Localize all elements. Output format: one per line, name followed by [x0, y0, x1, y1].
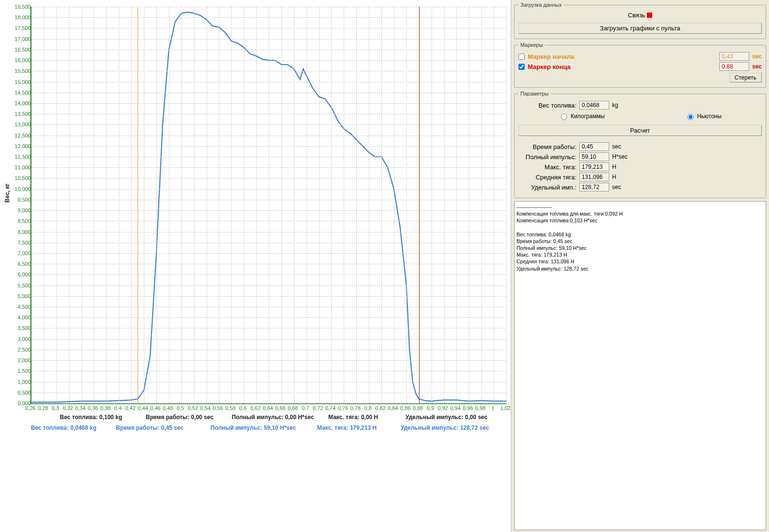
marker-end-line[interactable]	[419, 7, 419, 403]
x-tick: 1	[491, 405, 494, 411]
x-tick: 0,98	[475, 405, 485, 411]
x-tick: 0,66	[275, 405, 285, 411]
work-time-label: Время работы:	[518, 143, 579, 150]
x-tick: 0,48	[163, 405, 173, 411]
y-tick: 13,500	[7, 111, 31, 117]
unit-kg-radio[interactable]	[561, 114, 567, 120]
calculate-button[interactable]: Расчет	[518, 125, 762, 136]
x-tick: 0,4	[114, 405, 122, 411]
max-thrust-value	[579, 163, 609, 171]
y-tick: 6,500	[7, 261, 31, 267]
total-imp-unit: H*sec	[612, 153, 628, 160]
y-tick: 12,000	[7, 143, 31, 149]
y-tick: 3,000	[7, 336, 31, 342]
x-tick: 0,92	[438, 405, 448, 411]
x-tick: 0,32	[63, 405, 73, 411]
x-tick: 0,88	[413, 405, 423, 411]
x-tick: 0,9	[427, 405, 434, 411]
footer-max-green: Макс. тяга: 0,00 H	[328, 414, 378, 421]
fuel-weight-input[interactable]	[579, 101, 609, 109]
x-tick: 0,36	[88, 405, 98, 411]
marker-end-value[interactable]	[719, 62, 749, 71]
x-tick: 0,26	[25, 405, 35, 411]
footer-spec-blue: Удельный импульс: 128,72 sec	[401, 424, 489, 431]
x-tick: 0,94	[450, 405, 461, 411]
x-tick: 0,7	[302, 405, 309, 411]
total-imp-value	[579, 152, 609, 161]
connection-label: Связь	[628, 12, 645, 19]
y-tick: 5,500	[7, 283, 31, 288]
max-thrust-label: Макс. тяга:	[518, 164, 579, 171]
y-tick: 1,500	[7, 368, 31, 374]
log-output[interactable]: --------------------- Компенсация топлив…	[514, 201, 766, 530]
y-tick: 14,500	[7, 90, 31, 95]
y-tick: 15,000	[7, 79, 31, 85]
fuel-weight-label: Вес топлива:	[518, 102, 579, 109]
x-tick: 0,28	[38, 405, 48, 411]
x-tick: 0,44	[138, 405, 148, 411]
connection-indicator-icon	[647, 13, 652, 18]
y-tick: 12,500	[7, 133, 31, 138]
fuel-weight-unit: kg	[612, 102, 618, 109]
footer-max-blue: Макс. тяга: 179,213 H	[317, 424, 377, 431]
marker-start-line[interactable]	[138, 7, 138, 403]
x-tick: 0,42	[125, 405, 135, 411]
x-tick: 0,86	[400, 405, 410, 411]
marker-start-checkbox[interactable]	[518, 54, 525, 60]
marker-start-unit: sec	[752, 53, 762, 60]
y-tick: 11,500	[7, 154, 31, 160]
y-tick: 7,000	[7, 250, 31, 256]
max-thrust-unit: H	[612, 164, 616, 170]
spec-imp-unit: sec	[612, 184, 621, 191]
unit-n-option[interactable]: Ньютоны	[685, 112, 722, 120]
group-markers: Маркеры Маркер начала sec Маркер конца s…	[514, 42, 766, 88]
y-tick: 7,500	[7, 240, 31, 246]
x-tick: 0,82	[375, 405, 385, 411]
unit-kg-option[interactable]: Килограммы	[559, 112, 604, 120]
unit-n-label: Ньютоны	[697, 113, 722, 120]
load-graphs-button[interactable]: Загрузить графики с пульта	[518, 23, 762, 34]
spec-imp-value	[579, 183, 609, 191]
avg-thrust-unit: H	[612, 174, 616, 180]
erase-button[interactable]: Стереть	[729, 73, 762, 82]
y-tick: 3,500	[7, 325, 31, 331]
x-tick: 0,84	[388, 405, 398, 411]
x-tick: 0,54	[200, 405, 210, 411]
work-time-value	[579, 142, 609, 151]
x-tick: 0,96	[463, 405, 473, 411]
chart-pane[interactable]: Вес, кг Вес топлива: 0,100 kg Время рабо…	[0, 0, 511, 532]
y-tick: 2,500	[7, 347, 31, 353]
y-tick: 16,500	[7, 47, 31, 53]
y-tick: 8,500	[7, 218, 31, 224]
x-tick: 0,8	[364, 405, 372, 411]
group-markers-legend: Маркеры	[518, 42, 545, 48]
y-tick: 6,000	[7, 272, 31, 277]
avg-thrust-value	[579, 173, 609, 181]
y-tick: 18,000	[7, 14, 31, 20]
y-tick: 5,000	[7, 293, 31, 299]
footer-time-blue: Время работы: 0,45 sec	[116, 424, 183, 431]
y-tick: 9,000	[7, 207, 31, 213]
spec-imp-label: Удельный имп.:	[518, 184, 579, 191]
x-tick: 0,3	[52, 405, 59, 411]
x-tick: 0,72	[313, 405, 323, 411]
app-root: Вес, кг Вес топлива: 0,100 kg Время рабо…	[0, 0, 769, 532]
y-tick: 1,000	[7, 379, 31, 385]
sidebar: Загрузка данных Связь Загрузить графики …	[511, 0, 769, 532]
marker-start-value[interactable]	[719, 52, 749, 61]
x-tick: 1,02	[500, 405, 510, 411]
group-params: Параметры Вес топлива: kg Килограммы Нью…	[514, 91, 766, 198]
y-tick: 10,500	[7, 175, 31, 181]
marker-end-checkbox[interactable]	[518, 64, 525, 70]
marker-end-label: Маркер конца	[528, 63, 716, 70]
x-tick: 0,58	[225, 405, 236, 411]
y-tick: 15,500	[7, 68, 31, 74]
footer-fuel-blue: Вес топлива: 0,0468 kg	[31, 424, 97, 431]
plot-area[interactable]	[30, 7, 506, 404]
x-tick: 0,68	[288, 405, 298, 411]
x-tick: 0,38	[100, 405, 111, 411]
unit-n-radio[interactable]	[687, 114, 694, 120]
marker-end-unit: sec	[752, 63, 762, 70]
x-tick: 0,52	[188, 405, 198, 411]
footer-imp-blue: Полный импульс: 59,10 H*sec	[210, 424, 296, 431]
